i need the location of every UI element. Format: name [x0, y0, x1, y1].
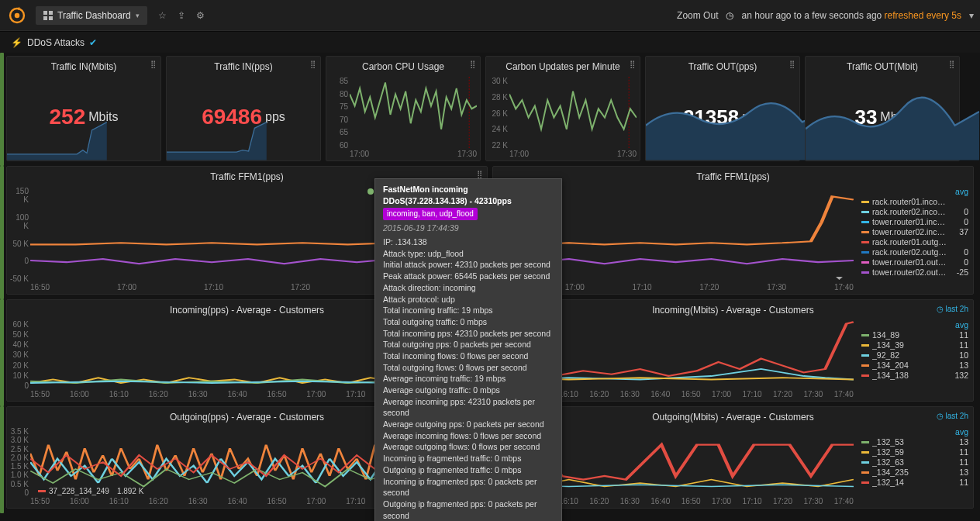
time-override-button[interactable]: ◷last 2h: [937, 412, 968, 420]
axis-tick: 16:40: [228, 497, 247, 508]
panel-menu-icon[interactable]: ⣿: [150, 60, 156, 68]
share-icon[interactable]: ⇪: [178, 10, 185, 21]
panel-traffic-out-pps[interactable]: ⣿ Traffic OUT(pps) 21358 pps: [645, 56, 800, 161]
legend-item[interactable]: _134_235 13: [861, 468, 968, 477]
row-handle[interactable]: [0, 166, 4, 299]
axis-tick: 17:00: [712, 390, 731, 401]
legend-swatch: [861, 344, 869, 347]
legend-swatch: [861, 354, 869, 357]
tooltip-line: IP: .134.138: [383, 236, 554, 248]
time-override-button[interactable]: ◷last 2h: [937, 305, 968, 313]
legend-value: 0: [951, 217, 968, 226]
axis-tick: 80: [328, 90, 348, 98]
refresh-interval-label[interactable]: refreshed every 5s: [885, 10, 961, 21]
panel-traffic-in-mbits[interactable]: ⣿ Traffic IN(Mbits) 252 Mbits: [6, 56, 161, 161]
panel-title: Traffic OUT(Mbit): [806, 57, 959, 74]
tooltip-line: Total outgoing pps: 0 packets per second: [383, 339, 554, 350]
grafana-logo-icon[interactable]: [6, 5, 28, 26]
row-handle[interactable]: [0, 406, 4, 513]
axis-tick: 24 K: [488, 125, 508, 133]
tooltip-line: Attack type: udp_flood: [383, 248, 554, 260]
legend-item[interactable]: rack.router01.outgoing: [861, 237, 968, 247]
panel-menu-icon[interactable]: ⣿: [310, 60, 316, 68]
dashboard-picker-button[interactable]: Traffic Dashboard ▾: [36, 6, 147, 25]
axis-tick: 16:50: [682, 390, 701, 401]
panel-traffic-out-mbit[interactable]: ⣿ Traffic OUT(Mbit) 33 Mbits: [805, 56, 960, 161]
tooltip-timestamp: 2015-06-19 17:44:39: [383, 223, 554, 234]
tooltip-line: Initial attack power: 42310 packets per …: [383, 259, 554, 271]
panel-menu-icon[interactable]: ⣿: [949, 60, 954, 68]
axis-tick: 15:50: [30, 390, 50, 401]
panel-menu-icon[interactable]: ⣿: [477, 170, 482, 178]
legend-item[interactable]: _92_82 10: [861, 350, 968, 360]
legend-item[interactable]: 134_89 11: [861, 330, 968, 340]
legend-swatch: [861, 271, 869, 274]
legend-header: avg: [955, 187, 968, 196]
panel-menu-icon[interactable]: ⣿: [470, 60, 475, 68]
legend-item[interactable]: 37_228_134_249 1.892 K: [38, 487, 143, 495]
legend-item[interactable]: _132_59 11: [861, 447, 968, 457]
legend-item[interactable]: _132_63 11: [861, 457, 968, 467]
tooltip-line: Incoming ip fragmented traffic: 0 mbps: [383, 453, 554, 464]
axis-tick: 50 K: [9, 240, 29, 248]
legend-item[interactable]: rack.router02.incoming 0: [861, 207, 968, 216]
panel-title: Traffic IN(pps): [167, 57, 320, 74]
tooltip-line: Total outgoing flows: 0 flows per second: [383, 362, 554, 374]
tooltip-line: Total incoming pps: 42310 packets per se…: [383, 328, 554, 340]
panel-outgoing-mbits[interactable]: ◷last 2h Outgoing(Mbits) - Average - Cus…: [492, 406, 974, 509]
panel-title: Outgoing(Mbits) - Average - Customers: [493, 407, 973, 424]
axis-tick: 16:00: [70, 497, 89, 508]
row-handle[interactable]: [0, 53, 4, 166]
legend-swatch: [861, 261, 869, 264]
legend-item[interactable]: rack.router01.incoming: [861, 197, 968, 206]
axis-tick: 16:30: [188, 497, 208, 508]
chevron-down-icon[interactable]: ▾: [969, 10, 974, 21]
axis-tick: 17:40: [834, 497, 854, 508]
panel-traffic-in-pps[interactable]: ⣿ Traffic IN(pps) 69486 pps: [166, 56, 321, 161]
stat-unit: pps: [265, 110, 285, 124]
panel-carbon-updates[interactable]: ⣿ Carbon Updates per Minute 30 K28 K26 K…: [485, 56, 640, 161]
star-icon[interactable]: ☆: [158, 10, 167, 21]
axis-tick: -50 K: [9, 274, 29, 283]
panel-menu-icon[interactable]: ⣿: [630, 60, 635, 68]
legend-item[interactable]: tower.router02.outgoing -25: [861, 267, 968, 277]
legend-value: 0: [951, 247, 968, 257]
time-range-label[interactable]: an hour ago to a few seconds ago: [741, 10, 882, 21]
axis-tick: 17:40: [834, 390, 854, 401]
legend-name: 37_228_134_249: [49, 487, 109, 495]
tooltip-line: Average incoming pps: 42310 packets per …: [383, 396, 554, 419]
panel-title: Traffic IN(Mbits): [7, 57, 160, 74]
legend-item[interactable]: tower.router01.outgoing 0: [861, 257, 968, 267]
legend-item[interactable]: _134_204 13: [861, 361, 968, 370]
panel-menu-icon[interactable]: ⣿: [789, 60, 795, 68]
legend-name: tower.router02.incoming: [872, 227, 948, 236]
axis-tick: 17:30: [617, 150, 637, 160]
axis-tick: 1.5 K: [9, 462, 29, 471]
settings-gear-icon[interactable]: ⚙: [196, 10, 205, 21]
legend-value: 11: [951, 457, 968, 467]
legend-item[interactable]: _132_53 13: [861, 437, 968, 447]
legend-item[interactable]: _132_14 11: [861, 478, 968, 487]
legend-name: tower.router01.incoming: [872, 217, 948, 226]
axis-tick: 17:20: [773, 390, 792, 401]
zoom-out-button[interactable]: Zoom Out: [677, 10, 718, 21]
legend-item[interactable]: _134_138 132: [861, 371, 968, 380]
axis-tick: 17:10: [204, 283, 223, 294]
time-controls: Zoom Out ◷ an hour ago to a few seconds …: [677, 10, 974, 21]
panel-incoming-mbits[interactable]: ◷last 2h Incoming(Mbits) - Average - Cus…: [492, 299, 974, 402]
row-header[interactable]: ⚡ DDoS Attacks ✔: [0, 31, 980, 53]
tooltip-line: Outgoing ip fragmented traffic: 0 mbps: [383, 464, 554, 476]
legend-item[interactable]: _134_39 11: [861, 340, 968, 350]
legend-value: 0: [951, 257, 968, 267]
panel-ffm-right[interactable]: Traffic FFM1(pps) ▾ 16:5017:0017:1017:20…: [492, 166, 974, 295]
axis-tick: 17:00: [712, 497, 731, 508]
axis-tick: 150 K: [9, 187, 29, 204]
axis-tick: 16:40: [228, 390, 247, 401]
legend-item[interactable]: tower.router01.incoming 0: [861, 217, 968, 226]
panel-carbon-cpu[interactable]: ⣿ Carbon CPU Usage 858075706560 17:0017:…: [326, 56, 481, 161]
legend-item[interactable]: tower.router02.incoming 37: [861, 227, 968, 236]
legend-item[interactable]: rack.router02.outgoing 0: [861, 247, 968, 257]
row-handle[interactable]: [0, 299, 4, 406]
axis-tick: 16:40: [650, 497, 670, 508]
legend-name: _132_59: [872, 447, 948, 457]
